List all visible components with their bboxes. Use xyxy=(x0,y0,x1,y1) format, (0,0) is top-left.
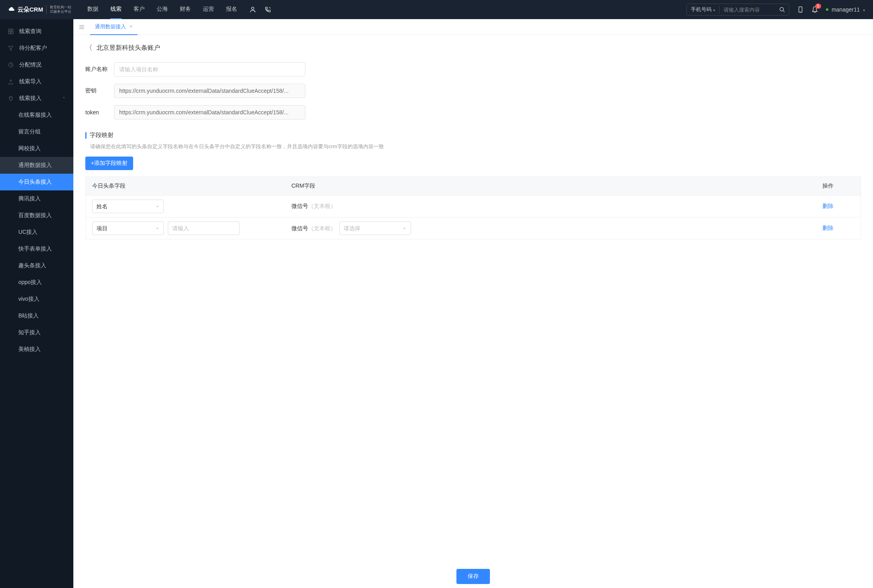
table-row: 项目微信号（文本框） 请选择删除 xyxy=(86,217,861,239)
token-input[interactable] xyxy=(114,105,305,120)
sidebar-sub-item[interactable]: 快手表单接入 xyxy=(0,241,73,257)
phone-icon[interactable] xyxy=(264,6,271,13)
sidebar-item[interactable]: 分配情况 xyxy=(0,57,73,73)
table-header: 今日头条字段 CRM字段 操作 xyxy=(86,177,861,195)
menu-toggle-icon[interactable] xyxy=(77,23,86,31)
sidebar-sub-item[interactable]: 通用数据接入 xyxy=(0,157,73,174)
mobile-icon[interactable] xyxy=(797,6,804,13)
sidebar-sub-item[interactable]: 美柚接入 xyxy=(0,341,73,358)
account-name-input[interactable] xyxy=(114,62,305,76)
svg-rect-6 xyxy=(11,29,13,31)
svg-rect-7 xyxy=(8,32,10,34)
notification-badge: 5 xyxy=(815,4,822,9)
tt-field-input[interactable] xyxy=(168,221,240,235)
crm-field-type: （文本框） xyxy=(308,203,336,209)
sidebar-sub-item[interactable]: B站接入 xyxy=(0,308,73,324)
nav-item[interactable]: 财务 xyxy=(180,0,191,19)
sidebar-sub-item[interactable]: 留言分组 xyxy=(0,123,73,140)
sidebar-sub-item[interactable]: 在线客服接入 xyxy=(0,107,73,123)
chevron-up-icon: ⌃ xyxy=(62,96,65,101)
grid-icon xyxy=(8,29,14,34)
secret-input[interactable] xyxy=(114,84,305,98)
top-header: 云朵CRM 教育机构一站 式服务云平台 数据线索客户公海财务运营报名 手机号码 … xyxy=(0,0,873,19)
chevron-down-icon xyxy=(713,7,715,13)
logo-subtitle: 教育机构一站 式服务云平台 xyxy=(46,5,71,14)
save-button[interactable]: 保存 xyxy=(456,569,490,584)
svg-line-2 xyxy=(783,11,785,12)
crm-field-type: （文本框） xyxy=(308,225,336,231)
crm-field-select[interactable]: 请选择 xyxy=(339,221,411,235)
sidebar-sub-item[interactable]: 趣头条接入 xyxy=(0,257,73,274)
token-label: token xyxy=(85,109,114,116)
svg-rect-5 xyxy=(8,29,10,31)
table-header-cell: CRM字段 xyxy=(291,182,822,190)
search-type-select[interactable]: 手机号码 xyxy=(687,6,720,13)
svg-point-1 xyxy=(780,8,784,11)
sidebar-item[interactable]: 线索查询 xyxy=(0,23,73,40)
sidebar-sub-item[interactable]: 今日头条接入 xyxy=(0,174,73,190)
secret-label: 密钥 xyxy=(85,87,114,94)
back-icon[interactable]: 〈 xyxy=(85,43,92,53)
sidebar-sub-item[interactable]: 网校接入 xyxy=(0,140,73,157)
upload-icon xyxy=(8,79,14,84)
svg-point-0 xyxy=(252,7,254,10)
sidebar-sub-item[interactable]: 百度数据接入 xyxy=(0,207,73,224)
nav-item[interactable]: 运营 xyxy=(203,0,214,19)
sidebar-sub-item[interactable]: 腾讯接入 xyxy=(0,190,73,207)
user-menu[interactable]: manager11 xyxy=(826,6,865,13)
search-input[interactable] xyxy=(720,7,775,13)
section-tip: 请确保您在此填写的头条自定义字段名称与在今日头条平台中自定义的字段名称一致，并且… xyxy=(85,143,861,150)
tt-field-select[interactable]: 项目 xyxy=(92,221,164,235)
delete-link[interactable]: 删除 xyxy=(822,225,834,231)
nav-item[interactable]: 公海 xyxy=(157,0,168,19)
table-header-cell: 操作 xyxy=(822,182,854,190)
mapping-table: 今日头条字段 CRM字段 操作 姓名微信号（文本框）删除项目微信号（文本框） 请… xyxy=(85,176,861,239)
nav-item[interactable]: 客户 xyxy=(134,0,145,19)
table-row: 姓名微信号（文本框）删除 xyxy=(86,195,861,217)
section-title: 字段映射 xyxy=(90,131,114,139)
main-nav: 数据线索客户公海财务运营报名 xyxy=(87,0,237,19)
sidebar-item[interactable]: 线索接入⌃ xyxy=(0,90,73,107)
user-add-icon[interactable] xyxy=(249,6,256,13)
plug-icon xyxy=(8,96,14,101)
sidebar-item[interactable]: 待分配客户 xyxy=(0,40,73,57)
sidebar-sub-item[interactable]: oppo接入 xyxy=(0,274,73,291)
nav-item[interactable]: 线索 xyxy=(110,0,122,19)
nav-item[interactable]: 数据 xyxy=(87,0,98,19)
sidebar: 线索查询待分配客户分配情况线索导入线索接入⌃在线客服接入留言分组网校接入通用数据… xyxy=(0,19,73,588)
table-header-cell: 今日头条字段 xyxy=(92,182,291,190)
account-name-label: 账户名称 xyxy=(85,66,114,73)
sidebar-sub-item[interactable]: UC接入 xyxy=(0,224,73,241)
nav-item[interactable]: 报名 xyxy=(226,0,237,19)
notification-icon[interactable]: 5 xyxy=(812,6,818,13)
crm-field-label: 微信号 xyxy=(291,203,308,209)
page-content: 〈 北京昱新科技头条账户 账户名称 密钥 token 字段映射 请确保您在此填写… xyxy=(73,35,873,588)
status-dot xyxy=(826,8,828,11)
section-accent xyxy=(85,132,87,139)
sidebar-item[interactable]: 线索导入 xyxy=(0,73,73,90)
search-icon[interactable] xyxy=(775,7,789,12)
sidebar-sub-item[interactable]: 知乎接入 xyxy=(0,324,73,341)
logo-text: 云朵CRM xyxy=(8,6,43,14)
filter-icon xyxy=(8,45,14,51)
crm-field-label: 微信号 xyxy=(291,225,308,231)
tab-bar: 通用数据接入 ✕ xyxy=(73,19,873,35)
add-mapping-button[interactable]: +添加字段映射 xyxy=(85,157,133,170)
pie-icon xyxy=(8,62,14,68)
tab-active[interactable]: 通用数据接入 ✕ xyxy=(90,19,138,35)
page-title: 北京昱新科技头条账户 xyxy=(96,44,160,52)
chevron-down-icon xyxy=(863,6,865,13)
close-icon[interactable]: ✕ xyxy=(129,24,133,29)
delete-link[interactable]: 删除 xyxy=(822,203,834,209)
tt-field-select[interactable]: 姓名 xyxy=(92,200,164,213)
sidebar-sub-item[interactable]: vivo接入 xyxy=(0,291,73,308)
logo: 云朵CRM 教育机构一站 式服务云平台 xyxy=(8,5,71,14)
svg-rect-8 xyxy=(11,32,13,34)
svg-point-4 xyxy=(800,11,801,12)
search-box: 手机号码 xyxy=(686,4,789,16)
